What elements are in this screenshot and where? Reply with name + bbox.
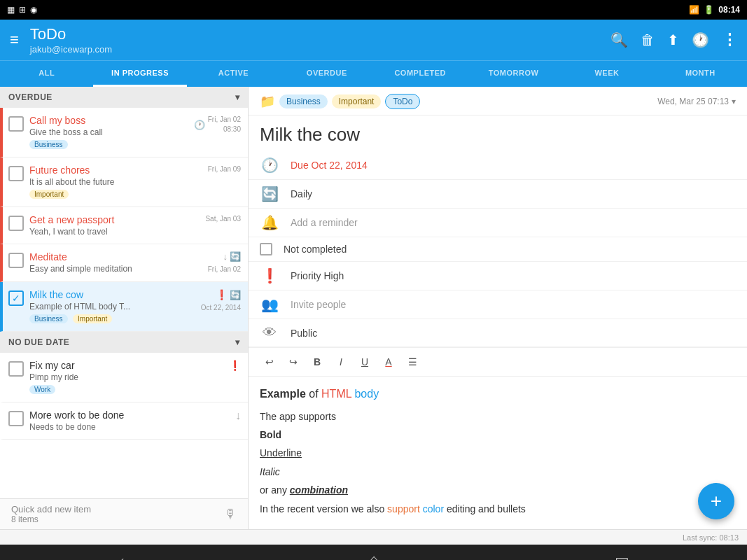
task-date-call-my-boss: Fri, Jan 0208:30	[208, 115, 241, 134]
search-button[interactable]: 🔍	[610, 31, 628, 48]
task-meta-passport: Sat, Jan 03	[205, 214, 241, 224]
tab-week[interactable]: WEEK	[560, 61, 653, 87]
detail-row-recurrence: 🔄 Daily	[249, 180, 747, 209]
notification-icon2: ⊞	[19, 5, 26, 15]
tab-month[interactable]: MONTH	[654, 61, 747, 87]
quick-add-label[interactable]: Quick add new item	[11, 504, 224, 514]
recurrence-text[interactable]: Daily	[291, 188, 312, 200]
bold-button[interactable]: B	[307, 352, 327, 372]
detail-expand-icon[interactable]: ▾	[732, 97, 736, 106]
detail-tag-important[interactable]: Important	[332, 94, 382, 108]
task-desc-fix-car: Pimp my ride	[29, 372, 223, 382]
priority-icon: ❗	[260, 267, 279, 284]
task-date-milk-cow: Oct 22, 2014	[201, 303, 241, 313]
tab-active[interactable]: ACTIVE	[187, 61, 280, 87]
detail-row-priority: ❗ Priority High	[249, 262, 747, 290]
app-title: ToDo	[30, 25, 610, 43]
task-date-meditate: Fri, Jan 02	[208, 265, 241, 274]
task-meta-call-my-boss: 🕐 Fri, Jan 0208:30	[194, 115, 241, 134]
left-panel: OVERDUE ▾ Call my boss Give the boss a c…	[0, 87, 249, 529]
history-button[interactable]: 🕐	[692, 31, 709, 48]
tab-tomorrow[interactable]: TOMORROW	[467, 61, 560, 87]
tab-inprogress[interactable]: IN PROGRESS	[93, 61, 186, 87]
tab-overdue[interactable]: OVERDUE	[280, 61, 373, 87]
body-combination: or any combination	[260, 482, 736, 498]
recurrence-icon: 🔄	[260, 186, 279, 202]
task-item-meditate[interactable]: Meditate Easy and simple meditation ↓ 🔄 …	[0, 244, 248, 282]
task-tag-important-milk: Important	[73, 314, 112, 323]
nav-bar: ← ⌂ ▭	[0, 545, 747, 560]
tab-all[interactable]: ALL	[0, 61, 93, 87]
overdue-section-header[interactable]: OVERDUE ▾	[0, 87, 248, 108]
overdue-collapse-icon[interactable]: ▾	[235, 92, 240, 102]
task-content-meditate: Meditate Easy and simple meditation	[29, 251, 202, 274]
task-checkbox-passport[interactable]	[8, 216, 24, 231]
priority-text[interactable]: Priority High	[291, 270, 344, 281]
task-meta-meditate: ↓ 🔄 Fri, Jan 02	[208, 251, 241, 274]
left-bottom-bar: Quick add new item 8 items 🎙	[0, 498, 248, 529]
visibility-text[interactable]: Public	[291, 328, 317, 339]
detail-date: Wed, Mar 25 07:13 ▾	[657, 97, 736, 106]
invite-text[interactable]: Invite people	[291, 299, 346, 310]
task-title-meditate: Meditate	[29, 251, 202, 262]
detail-row-reminder: 🔔 Add a reminder	[249, 209, 747, 237]
task-tag-work-fix: Work	[29, 385, 55, 394]
app-subtitle: jakub@icewarp.com	[30, 44, 610, 55]
detail-title[interactable]: Milk the cow	[249, 115, 747, 151]
notification-icon1: ▦	[7, 5, 15, 15]
quote-button[interactable]: ☰	[403, 352, 422, 372]
detail-tag-business[interactable]: Business	[279, 94, 328, 108]
overdue-label: OVERDUE	[8, 92, 53, 102]
detail-tag-todo[interactable]: ToDo	[385, 94, 420, 109]
underline-button[interactable]: U	[355, 352, 375, 372]
nodue-label: NO DUE DATE	[8, 337, 69, 347]
detail-date-text: Wed, Mar 25 07:13	[657, 97, 729, 106]
task-item-call-my-boss[interactable]: Call my boss Give the boss a call Busine…	[0, 108, 248, 158]
italic-button[interactable]: I	[331, 352, 351, 372]
more-button[interactable]: ⋮	[722, 31, 737, 49]
body-underline: Underline	[260, 445, 736, 461]
task-item-passport[interactable]: Get a new passport Yeah, I want to trave…	[0, 207, 248, 244]
status-text[interactable]: Not completed	[284, 244, 347, 255]
task-checkbox-meditate[interactable]	[8, 253, 24, 268]
task-desc-meditate: Easy and simple meditation	[29, 264, 202, 274]
fab-add-button[interactable]: +	[698, 483, 734, 519]
menu-button[interactable]: ≡	[10, 31, 19, 49]
task-checkbox-milk-cow[interactable]	[8, 290, 24, 306]
task-item-milk-cow[interactable]: Milk the cow Example of HTML body T... B…	[0, 282, 248, 332]
redo-button[interactable]: ↪	[284, 352, 303, 372]
tab-bar: ALL IN PROGRESS ACTIVE OVERDUE COMPLETED…	[0, 60, 747, 87]
detail-row-invite: 👥 Invite people	[249, 290, 747, 319]
back-button[interactable]: ←	[118, 551, 133, 560]
app-bar: ≡ ToDo jakub@icewarp.com 🔍 🗑 ⬆ 🕐 ⋮	[0, 20, 747, 60]
task-meta-more-work: ↓	[235, 410, 241, 422]
detail-row-status: Not completed	[249, 237, 747, 262]
mic-icon[interactable]: 🎙	[224, 507, 237, 522]
recent-button[interactable]: ▭	[615, 551, 629, 560]
important-icon-fix: ❗	[229, 360, 241, 371]
status-checkbox[interactable]	[260, 243, 272, 255]
delete-button[interactable]: 🗑	[641, 32, 655, 48]
task-meta-fix-car: ❗	[229, 360, 241, 371]
tab-completed[interactable]: COMPLETED	[374, 61, 467, 87]
undo-button[interactable]: ↩	[260, 352, 279, 372]
task-tag-business-call: Business	[29, 140, 68, 149]
font-color-button[interactable]: A	[379, 352, 398, 372]
nodue-section-header[interactable]: NO DUE DATE ▾	[0, 332, 248, 353]
task-item-future-chores[interactable]: Future chores It is all about the future…	[0, 158, 248, 207]
home-button[interactable]: ⌂	[369, 551, 378, 560]
task-checkbox-more-work[interactable]	[8, 411, 24, 426]
task-checkbox-future-chores[interactable]	[8, 166, 24, 181]
due-date-text[interactable]: Due Oct 22, 2014	[291, 160, 368, 171]
editor-content[interactable]: Example of HTML body The app supports Bo…	[249, 377, 747, 529]
task-checkbox-fix-car[interactable]	[8, 361, 24, 377]
task-checkbox-call-my-boss[interactable]	[8, 116, 24, 132]
task-item-fix-car[interactable]: Fix my car Pimp my ride Work ❗	[0, 353, 248, 402]
reminder-text[interactable]: Add a reminder	[291, 217, 358, 228]
nodue-collapse-icon[interactable]: ▾	[235, 337, 240, 347]
task-item-more-work[interactable]: More work to be done Needs to be done ↓	[0, 402, 248, 440]
task-title-more-work: More work to be done	[29, 410, 230, 421]
share-button[interactable]: ⬆	[667, 31, 679, 48]
detail-tags: 📁 Business Important ToDo	[260, 94, 420, 109]
task-content-more-work: More work to be done Needs to be done	[29, 410, 230, 432]
